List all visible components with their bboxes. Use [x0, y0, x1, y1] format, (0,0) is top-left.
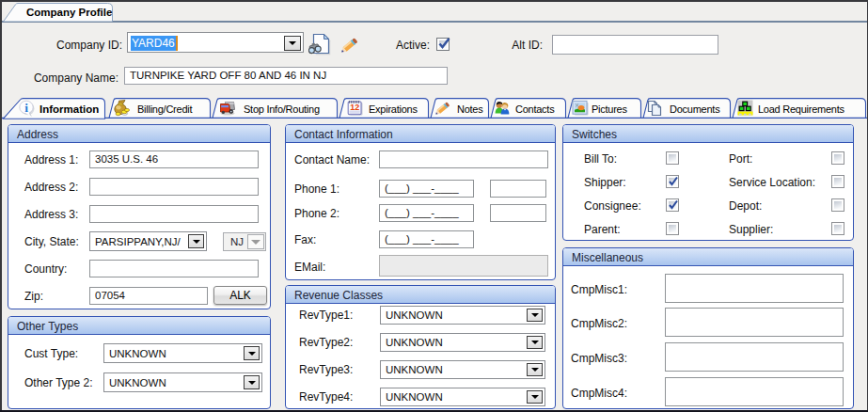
svg-text:i: i — [24, 101, 28, 115]
svg-text:12: 12 — [350, 103, 359, 112]
